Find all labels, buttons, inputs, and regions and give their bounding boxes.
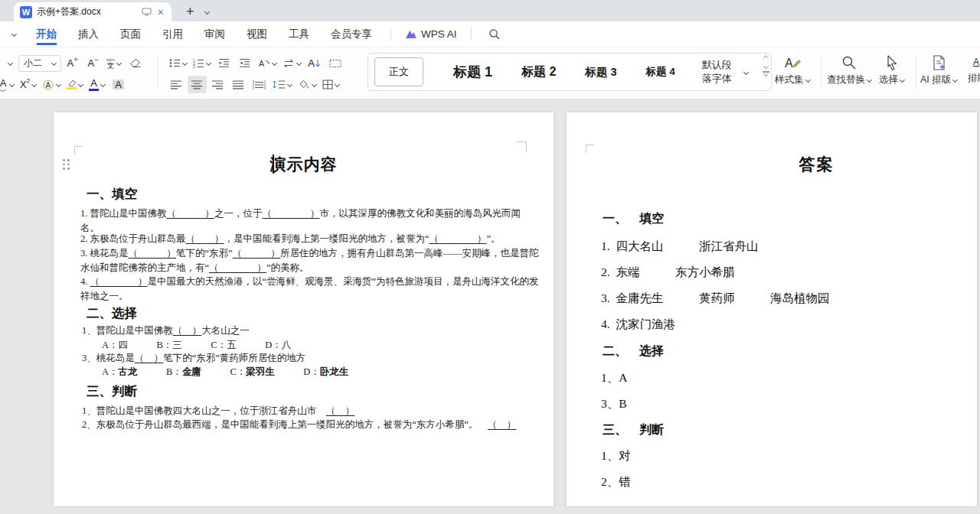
font-group-row2: AX2AAA	[2, 76, 128, 93]
align-right-icon	[212, 80, 224, 89]
phonetic-guide-button[interactable]: wén文	[104, 54, 123, 72]
numbering-button[interactable]: 123	[191, 54, 213, 72]
margin-mark-icon	[516, 142, 527, 152]
style-default-font[interactable]: 默认段落字体	[702, 58, 748, 86]
distribute-button[interactable]	[250, 76, 269, 93]
line-spacing-button[interactable]	[270, 76, 294, 93]
convert-text-button[interactable]	[280, 54, 303, 72]
numbering-icon: 123	[193, 58, 204, 68]
find-replace-icon	[841, 55, 857, 70]
doc-line: A：四 B：三 C：五 D：八	[102, 339, 291, 352]
menu-item-6[interactable]: 工具	[278, 21, 320, 47]
style-heading-3[interactable]: 标题 3	[585, 65, 616, 80]
close-tab-icon[interactable]: ×	[156, 7, 165, 18]
doc-line: 3、桃花岛是（ ）笔下的“东邪”黄药师所居住的地方	[82, 352, 305, 365]
style-heading-2[interactable]: 标题 2	[521, 64, 556, 80]
menu-item-7[interactable]: 会员专享	[320, 21, 383, 47]
shrink-font-button[interactable]: A−	[83, 54, 103, 72]
align-left-icon	[171, 80, 182, 89]
menu-item-3[interactable]: 引用	[152, 21, 194, 47]
doc-line: 2. 东极岛位于舟山群岛最（ ），是中国能看到海上第一缕阳光的地方，被誉为“（ …	[80, 233, 501, 246]
layout-label: 排版	[968, 72, 980, 85]
chevron-down-icon	[743, 69, 749, 74]
page-2[interactable]: 答案 一、 填空1. 四大名山 浙江省舟山2. 东端 东方小希腊3. 金庸先生 …	[567, 112, 977, 506]
gallery-down-button[interactable]	[763, 63, 768, 68]
character-shading-button[interactable]: A	[109, 76, 128, 93]
menubar: 开始插入页面引用审阅视图工具会员专享 WPS AI	[0, 21, 980, 47]
superscript-icon: X2	[20, 80, 30, 89]
decrease-indent-button[interactable]	[214, 54, 234, 72]
divider	[471, 28, 472, 40]
wps-writer-window: W 示例+答案.docx × + 开始插入页面引用审阅视图工具会员专享 WPS …	[0, 0, 980, 99]
page-1[interactable]: 演示内容 一、填空 1. 普陀山是中国佛教（ ）之一，位于（ ）市，以其深厚的佛…	[54, 112, 554, 506]
distribute-icon	[253, 80, 266, 89]
svg-text:A: A	[785, 57, 793, 70]
page-setup-button[interactable]	[325, 54, 345, 72]
doc-line: 4. （ ）是中国最大的天然渔港，以“尝海鲜、观海景、采海货”为特色旅游项目，是…	[80, 275, 539, 288]
phonetic-icon: wén文	[106, 57, 115, 70]
grow-font-button[interactable]: A+	[63, 54, 82, 72]
style-set-label: 样式集	[775, 73, 804, 86]
writer-logo-icon: W	[20, 6, 32, 18]
search-button[interactable]	[479, 28, 509, 40]
find-replace-button[interactable]: 查找替换	[827, 55, 871, 86]
align-center-button[interactable]	[188, 76, 207, 93]
align-left-button[interactable]	[167, 76, 186, 93]
wps-ai-menu[interactable]: WPS AI	[399, 28, 463, 40]
doc-line: 1. 普陀山是中国佛教（ ）之一，位于（ ）市，以其深厚的佛教文化和美丽的海岛风…	[80, 207, 521, 220]
section-heading: 一、填空	[87, 186, 137, 203]
superscript-button[interactable]: X2	[18, 76, 38, 93]
menu-item-0[interactable]: 开始	[25, 21, 67, 47]
bullets-icon	[169, 58, 181, 68]
bullets-button[interactable]	[167, 54, 189, 72]
increase-indent-button[interactable]	[235, 54, 254, 72]
doc-line: 1、普陀山是中国佛教四大名山之一，位于浙江省舟山市 （ ）	[82, 405, 354, 418]
font-color-button[interactable]: A	[87, 76, 107, 93]
chevron-down-icon	[78, 82, 83, 87]
justify-button[interactable]	[229, 76, 248, 93]
shading-button[interactable]	[296, 76, 318, 93]
answer-line: 1、对	[601, 448, 631, 464]
highlight-button[interactable]	[64, 76, 85, 93]
sort-button[interactable]: A	[305, 54, 324, 72]
enclose-character-button[interactable]: A	[40, 76, 63, 93]
style-normal-chip[interactable]: 正文	[374, 57, 423, 86]
select-button[interactable]: 选择	[879, 55, 904, 86]
online-doc-icon[interactable]	[142, 8, 152, 16]
ai-layout-button[interactable]: AI 排版	[920, 55, 957, 86]
font-size-value: 小二	[24, 57, 42, 70]
font-name-combo[interactable]	[3, 55, 17, 72]
chevron-down-icon	[31, 82, 37, 87]
ruler-icon	[329, 59, 341, 68]
wps-ai-label: WPS AI	[421, 28, 457, 40]
collapse-ribbon-icon[interactable]	[11, 31, 17, 37]
gallery-up-button[interactable]	[763, 56, 768, 60]
menu-item-2[interactable]: 页面	[109, 21, 152, 47]
borders-button[interactable]	[320, 76, 341, 93]
menu-item-5[interactable]: 视图	[236, 21, 278, 47]
underline-style-button[interactable]: A	[0, 76, 16, 93]
tab-list-chevron-icon[interactable]	[204, 9, 210, 15]
clear-format-button[interactable]	[125, 54, 144, 72]
chevron-down-icon	[287, 82, 292, 87]
menu-item-4[interactable]: 审阅	[194, 21, 236, 47]
align-right-button[interactable]	[208, 76, 227, 93]
doc-title: 演示内容	[54, 154, 554, 175]
layout-button[interactable]: A排版	[968, 55, 980, 85]
document-tab[interactable]: W 示例+答案.docx ×	[14, 2, 172, 21]
style-heading-4[interactable]: 标题 4	[645, 65, 675, 79]
text-direction-icon: A	[258, 58, 270, 68]
tab-title: 示例+答案.docx	[37, 5, 137, 18]
chevron-down-icon	[7, 60, 12, 66]
shrink-font-icon: A−	[88, 58, 99, 68]
new-tab-button[interactable]: +	[186, 4, 194, 20]
grow-font-icon: A+	[67, 58, 78, 68]
font-size-combo[interactable]: 小二	[18, 55, 61, 72]
answer-line: 4. 沈家门渔港	[601, 317, 675, 333]
outdent-icon	[218, 58, 230, 68]
style-set-button[interactable]: A样式集	[775, 55, 810, 86]
menu-item-1[interactable]: 插入	[67, 21, 109, 47]
text-direction-button[interactable]: A	[256, 54, 279, 72]
doc-line: 1、普陀山是中国佛教（ ）大名山之一	[82, 324, 250, 337]
style-heading-1[interactable]: 标题 1	[453, 63, 492, 81]
